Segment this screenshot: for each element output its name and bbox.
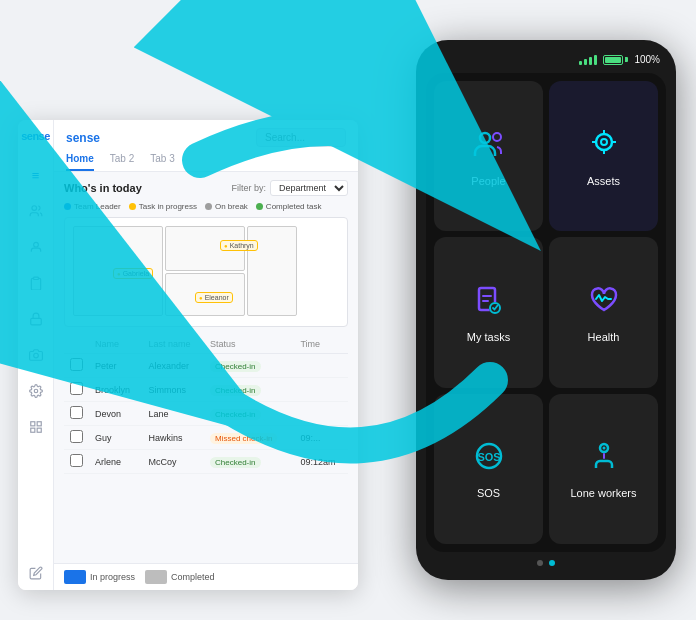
person-eleanor: Eleanor <box>195 292 233 303</box>
battery-nub <box>625 57 628 62</box>
main-content: sense Home Tab 2 Tab 3 Who's in today Fi… <box>54 120 358 590</box>
people-table: Name Last name Status Time Peter Alexand… <box>64 335 348 474</box>
sidebar-icon-camera[interactable] <box>27 346 45 364</box>
sidebar-icon-person[interactable] <box>27 238 45 256</box>
person-kathryn: Kathryn <box>220 240 258 251</box>
sidebar-icon-menu[interactable]: ≡ <box>27 166 45 184</box>
table-row: Brooklyn Simmons Checked-in <box>64 378 348 402</box>
svg-rect-2 <box>33 277 38 279</box>
people-icon <box>471 126 507 169</box>
search-input[interactable] <box>256 128 346 147</box>
dot-1[interactable] <box>537 560 543 566</box>
tab-3[interactable]: Tab 3 <box>150 153 174 171</box>
row-checkbox[interactable] <box>70 382 83 395</box>
status-badge: Checked-in <box>210 409 260 420</box>
svg-rect-9 <box>37 428 41 432</box>
bar-in-progress: In progress <box>64 570 135 584</box>
svg-point-11 <box>493 133 501 141</box>
svg-point-13 <box>601 139 607 145</box>
legend-break: On break <box>205 202 248 211</box>
col-status: Status <box>204 335 294 354</box>
tile-my-tasks[interactable]: My tasks <box>434 237 543 387</box>
col-name: Name <box>89 335 143 354</box>
phone-pagination-dots <box>426 552 666 566</box>
svg-rect-7 <box>37 422 41 426</box>
row-checkbox[interactable] <box>70 406 83 419</box>
legend-label-team-leader: Team Leader <box>74 202 121 211</box>
filter-select[interactable]: Department <box>270 180 348 196</box>
sos-icon: SOS <box>471 438 507 481</box>
svg-text:SOS: SOS <box>477 451 500 463</box>
sidebar-icon-edit[interactable] <box>27 564 45 582</box>
table-row: Arlene McCoy Checked-in 09:12am <box>64 450 348 474</box>
col-time: Time <box>294 335 348 354</box>
svg-point-10 <box>480 133 490 143</box>
lone-workers-icon <box>586 438 622 481</box>
tile-label-my-tasks: My tasks <box>467 331 510 343</box>
svg-point-12 <box>596 134 612 150</box>
dot-2[interactable] <box>549 560 555 566</box>
tab-home[interactable]: Home <box>66 153 94 171</box>
cell-time <box>294 402 348 426</box>
svg-point-4 <box>33 353 38 358</box>
filter-label: Filter by: <box>231 183 266 193</box>
legend-dot-break <box>205 203 212 210</box>
section-header: Who's in today Filter by: Department <box>64 180 348 196</box>
sidebar-icon-settings[interactable] <box>27 382 45 400</box>
tile-health[interactable]: Health <box>549 237 658 387</box>
battery-fill <box>605 57 621 63</box>
app-logo: sense <box>21 130 50 142</box>
tile-label-health: Health <box>588 331 620 343</box>
col-check <box>64 335 89 354</box>
svg-rect-3 <box>30 318 41 324</box>
cell-last: Alexander <box>143 354 205 378</box>
legend-dot-team-leader <box>64 203 71 210</box>
cell-time: 09:... <box>294 426 348 450</box>
tile-lone-workers[interactable]: Lone workers <box>549 394 658 544</box>
status-badge: Checked-in <box>210 457 260 468</box>
bar-4 <box>594 55 597 65</box>
nav-tabs: Home Tab 2 Tab 3 <box>66 153 346 171</box>
tile-label-lone-workers: Lone workers <box>570 487 636 499</box>
bottom-bar: In progress Completed <box>54 563 358 590</box>
cell-time: 09:12am <box>294 450 348 474</box>
cell-first: Devon <box>89 402 143 426</box>
sidebar-icon-lock[interactable] <box>27 310 45 328</box>
app-name: sense <box>66 131 100 145</box>
sidebar-icon-grid[interactable] <box>27 418 45 436</box>
legend-dot-completed <box>256 203 263 210</box>
cell-first: Guy <box>89 426 143 450</box>
tile-assets[interactable]: Assets <box>549 81 658 231</box>
content-area: Who's in today Filter by: Department Tea… <box>54 172 358 563</box>
svg-point-1 <box>33 242 38 247</box>
sidebar-icon-people[interactable] <box>27 202 45 220</box>
legend-team-leader: Team Leader <box>64 202 121 211</box>
legend-completed: Completed task <box>256 202 322 211</box>
row-checkbox[interactable] <box>70 358 83 371</box>
status-badge: Missed check-in <box>210 433 277 444</box>
legend-row: Team Leader Task in progress On break Co… <box>64 202 348 211</box>
bar-1 <box>579 61 582 65</box>
tile-people[interactable]: People <box>434 81 543 231</box>
svg-point-0 <box>31 206 36 211</box>
legend-label-break: On break <box>215 202 248 211</box>
row-checkbox[interactable] <box>70 430 83 443</box>
bar-completed: Completed <box>145 570 215 584</box>
cell-time <box>294 354 348 378</box>
bar-2 <box>584 59 587 65</box>
legend-label-task: Task in progress <box>139 202 197 211</box>
sidebar-icon-clipboard[interactable] <box>27 274 45 292</box>
svg-rect-8 <box>30 428 34 432</box>
col-lastname: Last name <box>143 335 205 354</box>
svg-point-24 <box>602 447 605 450</box>
tile-sos[interactable]: SOS SOS <box>434 394 543 544</box>
bar-rect-progress <box>64 570 86 584</box>
my-tasks-icon <box>471 282 507 325</box>
cell-first: Peter <box>89 354 143 378</box>
assets-icon <box>586 126 622 169</box>
bar-3 <box>589 57 592 65</box>
tab-2[interactable]: Tab 2 <box>110 153 134 171</box>
row-checkbox[interactable] <box>70 454 83 467</box>
phone-status-bar: 100% <box>426 54 666 73</box>
cell-first: Arlene <box>89 450 143 474</box>
